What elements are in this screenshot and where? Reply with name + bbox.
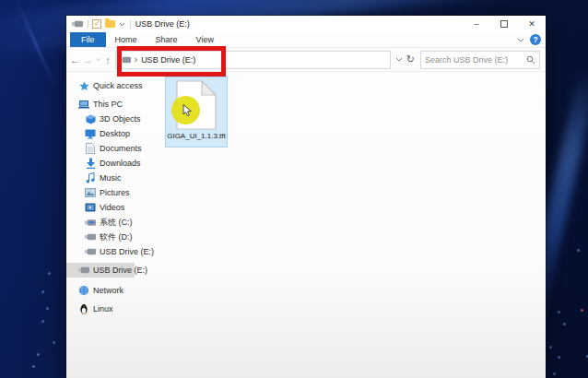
sidebar-item-label: Documents — [100, 144, 142, 153]
window-title: USB Drive (E:) — [135, 19, 190, 29]
sidebar-item-desktop[interactable]: Desktop — [66, 126, 155, 141]
sidebar-item-label: Linux — [93, 304, 113, 313]
sidebar-item-videos[interactable]: Videos — [66, 200, 155, 215]
chevron-down-icon[interactable] — [119, 22, 125, 27]
sidebar-item-label: Network — [93, 286, 123, 295]
search-input[interactable] — [425, 55, 526, 65]
title-bar: | ✓ | USB Drive (E:) – ✕ — [66, 16, 546, 32]
sidebar-item-pictures[interactable]: Pictures — [66, 185, 155, 200]
background-dot — [549, 346, 552, 348]
folder-icon[interactable] — [105, 20, 115, 28]
sidebar-item-label: Quick access — [93, 81, 143, 90]
usb-drive-icon — [78, 265, 89, 276]
background-dot — [558, 311, 560, 313]
sidebar-item-this-pc[interactable]: This PC — [66, 97, 155, 112]
background-dot — [46, 307, 49, 310]
download-arrow-icon — [85, 158, 96, 169]
file-item-giga-ui[interactable]: GIGA_UI_1.1.3.tft — [165, 77, 228, 148]
background-dot — [37, 353, 40, 356]
document-icon — [85, 143, 96, 154]
tab-home[interactable]: Home — [106, 32, 147, 47]
usb-drive-icon — [85, 231, 96, 242]
tab-file[interactable]: File — [70, 32, 106, 47]
recent-locations-icon[interactable] — [96, 57, 100, 62]
sidebar-item-quick-access[interactable]: Quick access — [66, 78, 155, 93]
separator: | — [129, 19, 131, 29]
desktop-light-streak — [16, 0, 56, 89]
separator: | — [87, 19, 88, 29]
sidebar-item-label: Desktop — [100, 129, 130, 138]
annotation-red-rectangle — [117, 46, 226, 77]
checkbox-icon[interactable]: ✓ — [92, 19, 101, 29]
sidebar-item-label: 3D Objects — [100, 114, 141, 124]
sidebar-item-usb-drive-e[interactable]: USB Drive (E:) — [66, 244, 155, 259]
address-dropdown-icon[interactable] — [395, 57, 403, 62]
background-dot — [41, 290, 44, 293]
sidebar-item-label: USB Drive (E:) — [100, 247, 154, 256]
background-dot — [553, 372, 556, 375]
forward-button[interactable]: → — [83, 54, 93, 65]
sidebar: Quick access This PC 3D Objects Desktop — [66, 72, 155, 378]
minimize-button[interactable]: – — [463, 16, 490, 32]
background-dot — [32, 365, 35, 368]
background-dot — [577, 249, 580, 252]
sidebar-item-3d-objects[interactable]: 3D Objects — [66, 112, 155, 126]
background-dot — [563, 323, 566, 325]
search-icon[interactable] — [526, 55, 535, 65]
maximize-button[interactable] — [490, 16, 518, 32]
mouse-cursor-icon — [182, 104, 193, 117]
close-button[interactable]: ✕ — [518, 16, 546, 32]
sidebar-item-downloads[interactable]: Downloads — [66, 156, 155, 171]
sidebar-item-music[interactable]: Music — [66, 171, 155, 185]
system-drive-icon — [85, 217, 96, 228]
desktop-icon — [85, 128, 96, 139]
sidebar-item-linux[interactable]: Linux — [66, 301, 155, 316]
usb-drive-icon — [85, 246, 96, 257]
sidebar-item-label: Downloads — [100, 159, 141, 168]
sidebar-item-software-d-drive[interactable]: 软件 (D:) — [66, 230, 155, 244]
background-dot — [581, 309, 583, 312]
background-dot — [558, 356, 560, 359]
star-icon — [78, 80, 89, 91]
sidebar-item-documents[interactable]: Documents — [66, 141, 155, 156]
pictures-icon — [85, 187, 96, 198]
back-button[interactable]: ← — [70, 54, 80, 65]
cube-icon — [85, 113, 96, 124]
sidebar-item-label: 软件 (D:) — [100, 231, 133, 243]
network-globe-icon — [78, 285, 89, 296]
up-button[interactable]: ↑ — [103, 54, 112, 65]
main-area: Quick access This PC 3D Objects Desktop — [66, 72, 546, 378]
file-name-label: GIGA_UI_1.1.3.tft — [167, 132, 226, 140]
pc-icon — [78, 99, 89, 110]
file-list-area[interactable]: GIGA_UI_1.1.3.tft — [155, 72, 546, 378]
ribbon-collapse-icon[interactable] — [517, 38, 524, 42]
music-note-icon — [85, 172, 96, 183]
maximize-icon — [500, 20, 508, 28]
sidebar-item-network[interactable]: Network — [66, 283, 155, 298]
background-dot — [48, 272, 51, 275]
tab-view[interactable]: View — [187, 32, 223, 47]
help-icon[interactable]: ? — [530, 34, 541, 45]
sidebar-item-label: 系统 (C:) — [100, 217, 133, 229]
sidebar-item-label: Music — [100, 173, 122, 183]
sidebar-item-label: This PC — [93, 100, 123, 109]
sidebar-item-label: USB Drive (E:) — [93, 266, 147, 275]
background-dot — [53, 341, 55, 344]
usb-drive-icon — [72, 18, 83, 30]
sidebar-item-label: Pictures — [100, 188, 130, 197]
search-box[interactable] — [420, 51, 540, 69]
sidebar-item-usb-drive-e-selected[interactable]: USB Drive (E:) — [66, 263, 135, 278]
videos-icon — [85, 202, 96, 213]
tab-share[interactable]: Share — [147, 32, 187, 47]
background-dot — [41, 320, 44, 323]
refresh-icon[interactable]: ↻ — [406, 53, 415, 65]
sidebar-item-label: Videos — [100, 203, 124, 212]
linux-penguin-icon — [78, 303, 89, 314]
sidebar-item-system-c-drive[interactable]: 系统 (C:) — [66, 215, 155, 230]
